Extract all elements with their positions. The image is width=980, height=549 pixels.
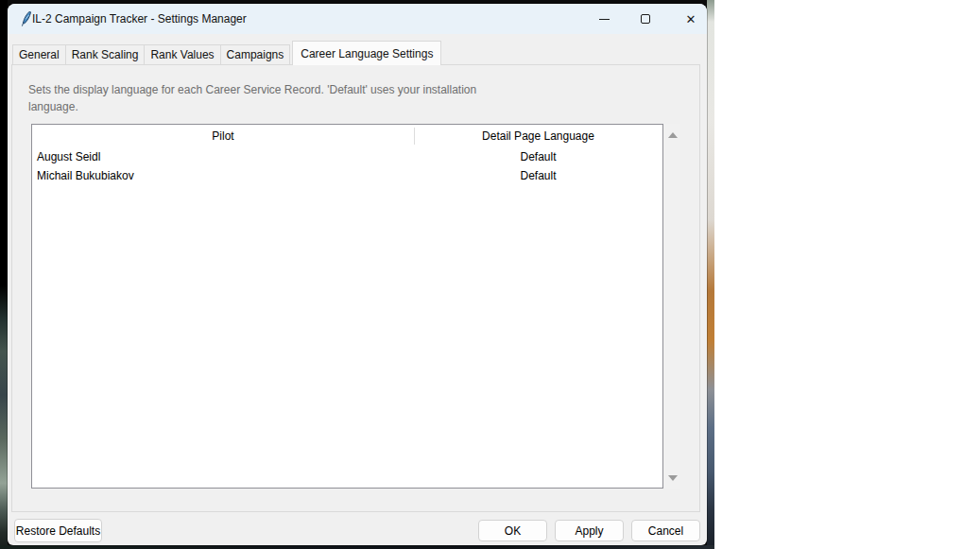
column-header-detail-page-language[interactable]: Detail Page Language: [414, 125, 662, 147]
pilot-name-cell[interactable]: Michail Bukubiakov: [32, 169, 414, 182]
screen: IL-2 Campaign Tracker - Settings Manager…: [0, 0, 980, 549]
settings-manager-window: IL-2 Campaign Tracker - Settings Manager…: [8, 4, 707, 545]
column-divider[interactable]: [414, 128, 415, 145]
window-title: IL-2 Campaign Tracker - Settings Manager: [32, 12, 247, 26]
tab-rank-values[interactable]: Rank Values: [145, 44, 220, 65]
scroll-up-icon[interactable]: [664, 127, 680, 143]
minimize-icon[interactable]: [583, 4, 625, 34]
tab-campaigns[interactable]: Campaigns: [221, 44, 291, 65]
desktop-wallpaper-left-sliver: [0, 0, 8, 549]
scroll-down-icon[interactable]: [664, 470, 680, 486]
restore-defaults-button[interactable]: Restore Defaults: [14, 519, 102, 542]
tab-general[interactable]: General: [12, 44, 66, 65]
apply-button[interactable]: Apply: [555, 520, 624, 541]
settings-tab-bar: General Rank Scaling Rank Values Campaig…: [12, 41, 442, 65]
close-icon[interactable]: ✕: [670, 4, 707, 34]
pilot-language-table: Pilot Detail Page Language August Seidl …: [31, 124, 663, 489]
language-cell[interactable]: Default: [414, 150, 662, 163]
desktop-wallpaper-bottom-sliver: [0, 545, 714, 549]
table-header-row: Pilot Detail Page Language: [32, 125, 662, 147]
tab-rank-scaling[interactable]: Rank Scaling: [66, 44, 146, 65]
maximize-icon[interactable]: [625, 4, 666, 34]
tab-career-language-settings[interactable]: Career Language Settings: [292, 41, 441, 65]
ok-button[interactable]: OK: [478, 520, 547, 541]
language-cell[interactable]: Default: [414, 169, 662, 182]
cancel-button[interactable]: Cancel: [631, 520, 700, 541]
desktop-wallpaper-right-sliver: [707, 0, 714, 549]
vertical-scrollbar[interactable]: [664, 124, 680, 489]
title-bar[interactable]: IL-2 Campaign Tracker - Settings Manager…: [8, 4, 707, 34]
table-row[interactable]: Michail Bukubiakov Default: [32, 166, 662, 185]
pilot-name-cell[interactable]: August Seidl: [32, 150, 414, 163]
column-header-pilot[interactable]: Pilot: [32, 125, 414, 147]
table-row[interactable]: August Seidl Default: [32, 147, 662, 166]
tab-description-text: Sets the display language for each Caree…: [28, 81, 506, 115]
